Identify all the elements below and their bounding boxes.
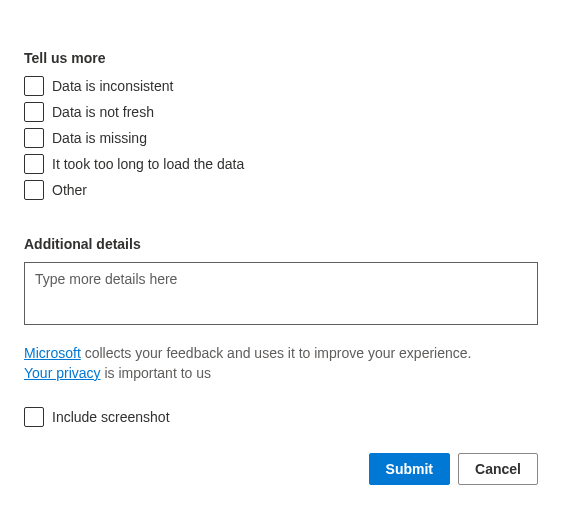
cancel-button[interactable]: Cancel — [458, 453, 538, 485]
option-label: It took too long to load the data — [52, 156, 244, 172]
your-privacy-link[interactable]: Your privacy — [24, 365, 101, 381]
tell-us-more-label: Tell us more — [24, 50, 538, 66]
privacy-collects-text: collects your feedback and uses it to im… — [81, 345, 472, 361]
option-label: Data is missing — [52, 130, 147, 146]
submit-button[interactable]: Submit — [369, 453, 450, 485]
include-screenshot-checkbox[interactable]: Include screenshot — [24, 407, 538, 427]
privacy-statement: Microsoft collects your feedback and use… — [24, 343, 538, 383]
option-label: Other — [52, 182, 87, 198]
include-screenshot-label: Include screenshot — [52, 409, 170, 425]
checkbox-icon — [24, 180, 44, 200]
privacy-important-text: is important to us — [101, 365, 212, 381]
additional-details-label: Additional details — [24, 236, 538, 252]
option-label: Data is not fresh — [52, 104, 154, 120]
feedback-panel: Tell us more Data is inconsistent Data i… — [0, 0, 562, 509]
option-other[interactable]: Other — [24, 180, 538, 200]
checkbox-icon — [24, 154, 44, 174]
checkbox-icon — [24, 102, 44, 122]
footer: Submit Cancel — [24, 433, 538, 485]
additional-details-input[interactable] — [24, 262, 538, 325]
option-data-not-fresh[interactable]: Data is not fresh — [24, 102, 538, 122]
microsoft-link[interactable]: Microsoft — [24, 345, 81, 361]
checkbox-icon — [24, 128, 44, 148]
option-label: Data is inconsistent — [52, 78, 173, 94]
option-too-long-load[interactable]: It took too long to load the data — [24, 154, 538, 174]
option-data-missing[interactable]: Data is missing — [24, 128, 538, 148]
checkbox-icon — [24, 407, 44, 427]
option-data-inconsistent[interactable]: Data is inconsistent — [24, 76, 538, 96]
checkbox-icon — [24, 76, 44, 96]
